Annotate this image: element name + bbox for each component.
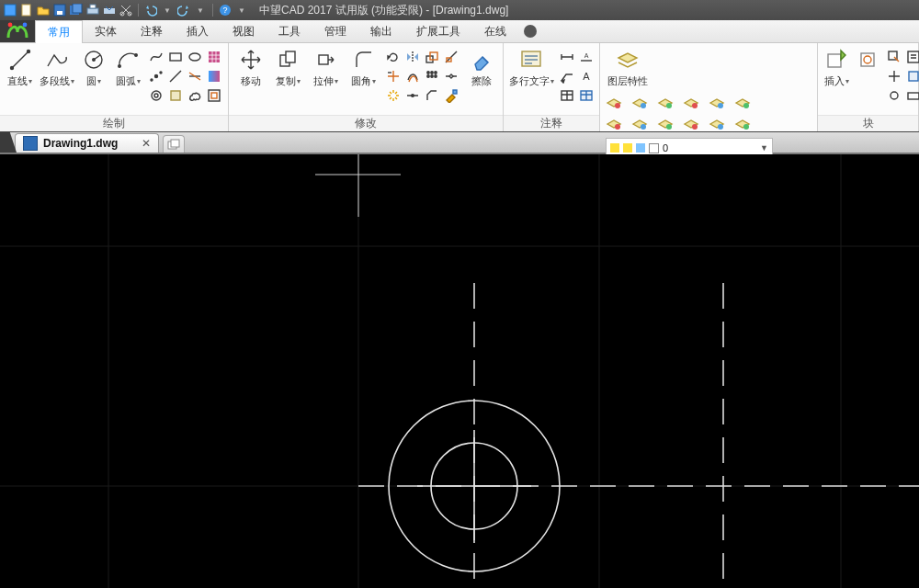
erase-button[interactable]: 擦除 [465,47,497,88]
layer-tool-0[interactable] [606,96,628,114]
new-icon[interactable] [20,4,33,17]
tab-view[interactable]: 视图 [221,20,267,42]
block-other-icon[interactable] [905,87,919,104]
block-sync-icon[interactable] [886,87,902,104]
region-icon[interactable] [167,87,184,104]
saveall-icon[interactable] [70,4,83,17]
join-icon[interactable] [404,87,421,104]
layer-tool-11[interactable] [734,117,756,135]
plot-icon[interactable] [103,4,116,17]
fillet-button[interactable]: 圆角▾ [347,47,380,88]
leader-icon[interactable] [559,68,575,85]
layer-tool-1[interactable] [631,96,653,114]
save-icon[interactable] [53,4,66,17]
cut-icon[interactable] [119,4,132,17]
print-icon[interactable] [86,4,99,17]
xline-icon[interactable] [187,68,203,85]
qat-dropdown-icon[interactable]: ▼ [235,4,248,17]
redo-icon[interactable] [177,4,190,17]
layerprops-button[interactable]: 图层特性 [606,47,650,88]
layer-tool-5[interactable] [734,96,756,114]
move-button[interactable]: 移动 [234,47,267,88]
document-tab[interactable]: Drawing1.dwg ✕ [15,133,159,153]
tab-manage[interactable]: 管理 [312,20,358,42]
undo-dropdown-icon[interactable]: ▼ [161,4,174,17]
donut-icon[interactable] [148,87,165,104]
layer-tool-6[interactable] [606,117,628,135]
trim-icon[interactable] [385,68,402,85]
circle-button[interactable]: 圆▾ [79,47,108,88]
svg-point-67 [666,124,672,130]
svg-point-14 [23,23,28,28]
rectangle-icon[interactable] [167,49,184,65]
app-menu-icon[interactable] [4,4,17,17]
arc-icon [115,47,141,73]
block-define-icon[interactable] [905,68,919,85]
layer-tool-7[interactable] [631,117,653,135]
block-base-icon[interactable] [886,68,902,85]
revcloud-icon[interactable] [187,87,203,104]
insertblock-button[interactable]: 插入▾ [823,47,849,88]
dimlinear-icon[interactable] [559,49,575,65]
matchprop-icon[interactable] [443,87,460,104]
svg-rect-71 [828,54,841,67]
polyline-button[interactable]: 多段线▾ [40,47,74,88]
line-button[interactable]: 直线▾ [6,47,35,88]
rotate-icon[interactable] [385,49,402,65]
tab-insert[interactable]: 插入 [175,20,221,42]
circle-icon [81,47,107,73]
createblock-button[interactable]: x [855,47,880,85]
break-icon[interactable] [443,68,460,85]
block-attr-icon[interactable] [905,49,919,65]
copy-button[interactable]: 复制▾ [272,47,304,88]
explode-icon[interactable] [385,87,402,104]
tablestyle-icon[interactable] [578,87,595,104]
chamfer-icon[interactable] [424,87,440,104]
table-icon[interactable] [559,87,575,104]
block-edit-icon[interactable] [886,49,902,65]
tab-online[interactable]: 在线 [472,20,518,42]
offset-icon[interactable] [404,68,421,85]
chevron-down-icon: ▼ [760,143,768,153]
layer-tool-8[interactable] [657,117,679,135]
help-icon[interactable]: ? [219,4,232,17]
scale-icon[interactable] [424,49,440,65]
array-icon[interactable] [424,68,440,85]
app-logo[interactable] [0,20,35,42]
panel-block-title: 块 [818,115,918,131]
arc-button[interactable]: 圆弧▾ [113,47,142,88]
new-tab-button[interactable] [163,135,185,153]
point-icon[interactable] [148,68,165,85]
tab-ext[interactable]: 扩展工具 [404,20,472,42]
tab-home[interactable]: 常用 [35,20,83,43]
ray-icon[interactable] [167,68,184,85]
mtext-button[interactable]: 多行文字▾ [509,47,553,88]
open-icon[interactable] [37,4,50,17]
layer-tool-4[interactable] [709,96,731,114]
ribbon-minimize-icon[interactable] [524,25,537,38]
mirror-icon[interactable] [404,49,421,65]
dimstyle-icon[interactable]: A [578,49,595,65]
layer-tool-9[interactable] [683,117,705,135]
tab-annotate[interactable]: 注释 [129,20,175,42]
layer-tool-2[interactable] [657,96,679,114]
tab-output[interactable]: 输出 [358,20,404,42]
stretch-button[interactable]: 拉伸▾ [310,47,342,88]
drawing-viewport[interactable] [0,154,919,588]
ellipse-icon[interactable] [187,49,203,65]
undo-icon[interactable] [144,4,157,17]
close-icon[interactable]: ✕ [142,137,151,150]
svg-rect-8 [104,8,115,14]
redo-dropdown-icon[interactable]: ▼ [194,4,207,17]
tab-tools[interactable]: 工具 [267,20,312,42]
gradient-icon[interactable] [206,68,222,85]
boundary-icon[interactable] [206,87,222,104]
spline-icon[interactable] [148,49,165,65]
ribbon-tabs: 常用实体注释插入视图工具管理输出扩展工具在线 [0,20,919,43]
textstyle-icon[interactable]: A [578,68,595,85]
align-icon[interactable] [443,49,460,65]
layer-tool-3[interactable] [683,96,705,114]
tab-solid[interactable]: 实体 [83,20,129,42]
layer-tool-10[interactable] [709,117,731,135]
hatch-icon[interactable] [206,49,222,65]
